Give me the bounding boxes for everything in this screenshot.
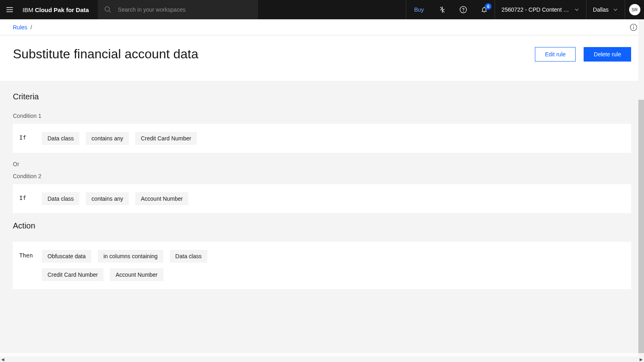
product-brand: IBM Cloud Pak for Data xyxy=(19,6,95,13)
token-operator: contains any xyxy=(86,192,129,205)
region-label: Dallas xyxy=(593,6,609,13)
buy-link[interactable]: Buy xyxy=(406,0,432,19)
help-button[interactable] xyxy=(453,0,474,19)
scroll-left-arrow[interactable]: ◀ xyxy=(0,357,6,362)
condition2-box: If Data class contains any Account Numbe… xyxy=(13,184,631,213)
token-action: Obfuscate data xyxy=(42,250,91,263)
global-header: IBM Cloud Pak for Data Buy 6 2560722 - C… xyxy=(0,0,644,19)
page-header: Substitute financial account data Edit r… xyxy=(0,35,644,81)
help-icon xyxy=(459,6,467,14)
chevron-down-icon xyxy=(613,7,618,12)
if-label: If xyxy=(19,192,35,201)
global-search[interactable] xyxy=(98,0,258,19)
breadcrumb: Rules / xyxy=(0,19,644,35)
brand-light: IBM xyxy=(23,6,33,13)
page-title: Substitute financial account data xyxy=(13,47,535,62)
breadcrumb-separator: / xyxy=(31,24,32,31)
user-menu[interactable]: SR xyxy=(625,0,644,19)
brand-bold: Cloud Pak for Data xyxy=(35,6,89,13)
action-row1: Obfuscate data in columns containing Dat… xyxy=(42,250,207,263)
token-value: Account Number xyxy=(110,268,163,281)
scroll-right-arrow[interactable]: ▶ xyxy=(638,357,644,362)
info-icon xyxy=(630,23,638,31)
info-button[interactable] xyxy=(630,23,638,31)
token-operator: contains any xyxy=(86,132,129,145)
search-icon xyxy=(104,6,111,13)
notification-badge: 6 xyxy=(485,3,491,10)
token-value: Credit Card Number xyxy=(42,268,103,281)
account-switcher[interactable]: 2560722 - CPD Content D... xyxy=(495,0,586,19)
hamburger-icon xyxy=(6,6,14,14)
condition1-label: Condition 1 xyxy=(13,113,631,119)
condition2-label: Condition 2 xyxy=(13,173,631,179)
vertical-scrollbar-thumb[interactable] xyxy=(638,100,644,353)
breadcrumb-root[interactable]: Rules xyxy=(13,24,27,31)
header-right: Buy 6 2560722 - CPD Content D... Dallas … xyxy=(406,0,644,19)
chevron-down-icon xyxy=(574,7,580,12)
signpost-button[interactable] xyxy=(432,0,453,19)
notifications-button[interactable]: 6 xyxy=(474,0,495,19)
condition1-tokens: Data class contains any Credit Card Numb… xyxy=(42,132,197,145)
token-value: Account Number xyxy=(135,192,188,205)
token-subject: Data class xyxy=(42,192,79,205)
edit-rule-button[interactable]: Edit rule xyxy=(535,47,576,62)
horizontal-scrollbar[interactable]: ◀ ▶ xyxy=(0,356,644,362)
signpost-icon xyxy=(438,6,446,14)
rule-content: Criteria Condition 1 If Data class conta… xyxy=(0,81,644,353)
avatar: SR xyxy=(629,4,640,15)
token-target: Data class xyxy=(170,250,207,263)
if-label: If xyxy=(19,132,35,141)
condition1-box: If Data class contains any Credit Card N… xyxy=(13,124,631,153)
action-box: Then Obfuscate data in columns containin… xyxy=(13,242,631,289)
search-input[interactable] xyxy=(118,6,252,13)
delete-rule-button[interactable]: Delete rule xyxy=(584,47,631,62)
vertical-scrollbar[interactable] xyxy=(638,19,644,356)
token-qualifier: in columns containing xyxy=(98,250,163,263)
action-token-group: Obfuscate data in columns containing Dat… xyxy=(42,250,207,281)
region-switcher[interactable]: Dallas xyxy=(586,0,625,19)
or-label: Or xyxy=(13,161,631,167)
then-label: Then xyxy=(19,250,35,259)
action-heading: Action xyxy=(13,221,631,230)
action-row2: Credit Card Number Account Number xyxy=(42,268,207,281)
token-subject: Data class xyxy=(42,132,79,145)
condition2-tokens: Data class contains any Account Number xyxy=(42,192,188,205)
token-value: Credit Card Number xyxy=(135,132,197,145)
menu-button[interactable] xyxy=(0,0,19,19)
criteria-heading: Criteria xyxy=(13,92,631,101)
account-label: 2560722 - CPD Content D... xyxy=(502,6,570,13)
